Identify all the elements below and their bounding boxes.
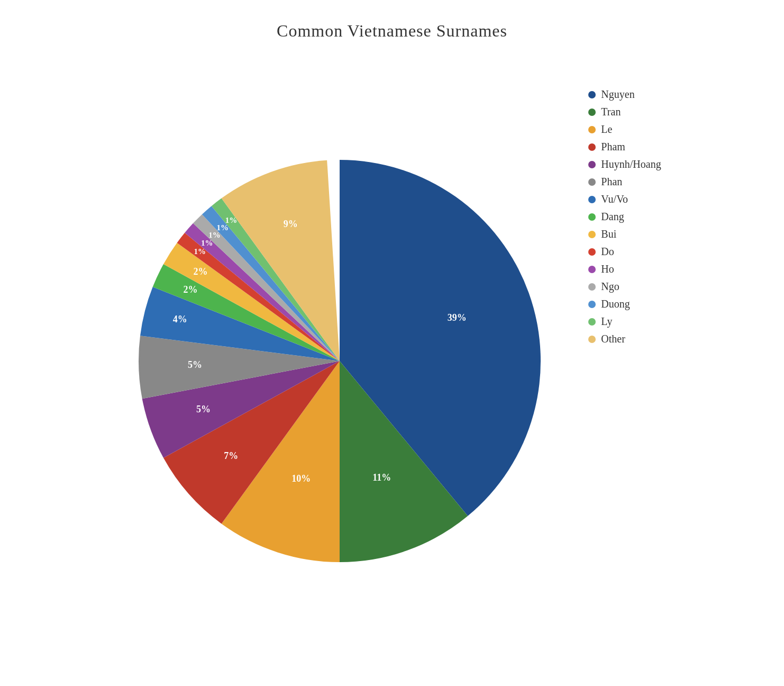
legend-label-do: Do [601, 246, 614, 258]
legend: NguyenTranLePhamHuynh/HoangPhanVu/VoDang… [588, 88, 661, 345]
pie-label-pham: 7% [224, 450, 239, 461]
legend-label-nguyen: Nguyen [601, 88, 634, 101]
legend-label-bui: Bui [601, 228, 616, 240]
legend-label-ngo: Ngo [601, 281, 619, 293]
pie-label-huynh-hoang: 5% [196, 403, 211, 414]
legend-item-huynh-hoang: Huynh/Hoang [588, 158, 661, 170]
pie-label-bui: 2% [194, 266, 208, 277]
legend-label-phan: Phan [601, 176, 622, 188]
chart-body: 39%11%10%7%5%5%4%2%2%1%1%1%1%1%9% Nguyen… [21, 57, 763, 665]
legend-label-duong: Duong [601, 298, 630, 310]
legend-label-huynh-hoang: Huynh/Hoang [601, 158, 661, 170]
legend-item-bui: Bui [588, 228, 661, 240]
legend-dot-ly [588, 318, 596, 326]
legend-item-dang: Dang [588, 211, 661, 223]
legend-item-pham: Pham [588, 141, 661, 153]
pie-label-tran: 11% [373, 472, 391, 482]
legend-label-dang: Dang [601, 211, 624, 223]
chart-container: Common Vietnamese Surnames 39%11%10%7%5%… [0, 0, 784, 686]
legend-label-ly: Ly [601, 315, 612, 328]
legend-item-le: Le [588, 123, 661, 136]
legend-item-duong: Duong [588, 298, 661, 310]
chart-title: Common Vietnamese Surnames [277, 21, 507, 41]
legend-dot-tran [588, 109, 596, 116]
pie-wrapper: 39%11%10%7%5%5%4%2%2%1%1%1%1%1%9% [123, 144, 557, 578]
legend-dot-ngo [588, 283, 596, 291]
legend-item-do: Do [588, 246, 661, 258]
pie-label-phan: 5% [188, 359, 202, 369]
legend-label-ho: Ho [601, 263, 614, 275]
pie-label-dang: 2% [184, 284, 198, 295]
legend-label-other: Other [601, 333, 625, 345]
legend-dot-other [588, 336, 596, 343]
legend-item-ho: Ho [588, 263, 661, 275]
legend-dot-vu-vo [588, 196, 596, 203]
legend-dot-duong [588, 301, 596, 308]
legend-dot-phan [588, 178, 596, 186]
legend-dot-ho [588, 266, 596, 273]
legend-item-tran: Tran [588, 106, 661, 118]
legend-item-vu-vo: Vu/Vo [588, 193, 661, 205]
pie-label-nguyen: 39% [448, 312, 467, 323]
legend-dot-pham [588, 143, 596, 151]
legend-item-phan: Phan [588, 176, 661, 188]
legend-dot-nguyen [588, 91, 596, 98]
legend-dot-do [588, 248, 596, 256]
pie-chart: 39%11%10%7%5%5%4%2%2%1%1%1%1%1%9% [123, 144, 557, 578]
legend-label-tran: Tran [601, 106, 621, 118]
pie-label-vu-vo: 4% [173, 313, 187, 324]
legend-label-le: Le [601, 123, 612, 136]
legend-item-ly: Ly [588, 315, 661, 328]
legend-label-pham: Pham [601, 141, 625, 153]
legend-item-ngo: Ngo [588, 281, 661, 293]
legend-dot-huynh-hoang [588, 161, 596, 168]
legend-item-nguyen: Nguyen [588, 88, 661, 101]
pie-label-other: 9% [284, 218, 298, 229]
legend-dot-le [588, 126, 596, 133]
legend-item-other: Other [588, 333, 661, 345]
legend-label-vu-vo: Vu/Vo [601, 193, 628, 205]
legend-dot-bui [588, 231, 596, 238]
legend-dot-dang [588, 213, 596, 221]
pie-label-le: 10% [292, 473, 311, 484]
